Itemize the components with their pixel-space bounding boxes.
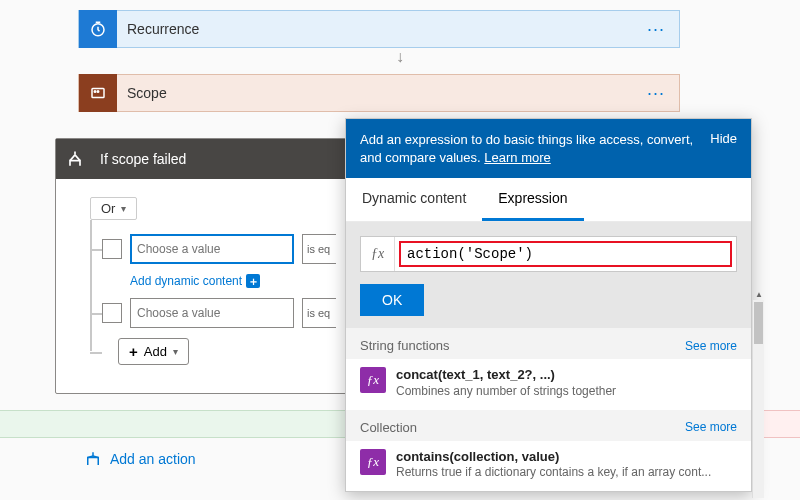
recurrence-title: Recurrence [117, 21, 633, 37]
function-signature: concat(text_1, text_2?, ...) [396, 367, 616, 384]
tab-expression[interactable]: Expression [482, 178, 583, 221]
value-input[interactable] [130, 298, 294, 328]
panel-scrollbar[interactable]: ▲ [752, 300, 764, 498]
more-icon[interactable]: ··· [633, 83, 679, 104]
function-item[interactable]: ƒx contains(collection, value) Returns t… [346, 441, 751, 491]
expression-panel: Add an expression to do basic things lik… [345, 118, 752, 492]
function-item[interactable]: ƒx concat(text_1, text_2?, ...) Combines… [346, 359, 751, 409]
more-icon[interactable]: ··· [633, 19, 679, 40]
add-label: Add [144, 344, 167, 359]
fx-badge-icon: ƒx [360, 449, 386, 475]
category-header: Collection See more [346, 410, 751, 441]
add-row-button[interactable]: + Add ▾ [118, 338, 189, 365]
see-more-link[interactable]: See more [685, 420, 737, 434]
value-input[interactable] [130, 234, 294, 264]
condition-card: If scope failed Or ▾ is eq Add dynamic c… [55, 138, 392, 394]
add-action-icon [84, 450, 102, 468]
flow-arrow-icon: ↓ [396, 48, 404, 66]
scroll-thumb[interactable] [754, 302, 763, 344]
row-checkbox[interactable] [102, 303, 122, 323]
scroll-up-icon[interactable]: ▲ [755, 290, 763, 299]
plus-icon: ＋ [246, 274, 260, 288]
condition-row: is eq [102, 234, 377, 264]
add-dynamic-content-link[interactable]: Add dynamic content ＋ [130, 274, 377, 288]
hide-button[interactable]: Hide [710, 131, 737, 146]
function-signature: contains(collection, value) [396, 449, 711, 466]
ok-button[interactable]: OK [360, 284, 424, 316]
learn-more-link[interactable]: Learn more [484, 150, 550, 165]
category-label: String functions [360, 338, 450, 353]
svg-point-2 [94, 91, 96, 93]
row-checkbox[interactable] [102, 239, 122, 259]
panel-message: Add an expression to do basic things lik… [360, 131, 700, 166]
svg-point-3 [97, 91, 99, 93]
chevron-down-icon: ▾ [173, 346, 178, 357]
category-label: Collection [360, 420, 417, 435]
scope-title: Scope [117, 85, 633, 101]
clock-icon [79, 10, 117, 48]
condition-row: is eq [102, 298, 377, 328]
expression-input-row: ƒx action('Scope') [360, 236, 737, 272]
operator-dropdown[interactable]: is eq [302, 298, 336, 328]
add-action-label: Add an action [110, 451, 196, 467]
tab-dynamic-content[interactable]: Dynamic content [346, 178, 482, 221]
plus-icon: + [129, 343, 138, 360]
scope-card[interactable]: Scope ··· [78, 74, 680, 112]
condition-icon [56, 139, 94, 179]
fx-badge-icon: ƒx [360, 367, 386, 393]
see-more-link[interactable]: See more [685, 339, 737, 353]
add-dynamic-label: Add dynamic content [130, 274, 242, 288]
add-action-button[interactable]: Add an action [84, 450, 196, 468]
function-description: Combines any number of strings together [396, 384, 616, 400]
group-operator-label: Or [101, 201, 115, 216]
condition-header[interactable]: If scope failed [56, 139, 391, 179]
panel-header: Add an expression to do basic things lik… [346, 119, 751, 178]
chevron-down-icon: ▾ [121, 203, 126, 214]
panel-tabs: Dynamic content Expression [346, 178, 751, 222]
operator-dropdown[interactable]: is eq [302, 234, 336, 264]
function-description: Returns true if a dictionary contains a … [396, 465, 711, 481]
fx-icon: ƒx [361, 237, 395, 271]
group-operator-dropdown[interactable]: Or ▾ [90, 197, 137, 220]
recurrence-card[interactable]: Recurrence ··· [78, 10, 680, 48]
scope-icon [79, 74, 117, 112]
expression-input[interactable]: action('Scope') [399, 241, 732, 267]
category-header: String functions See more [346, 328, 751, 359]
